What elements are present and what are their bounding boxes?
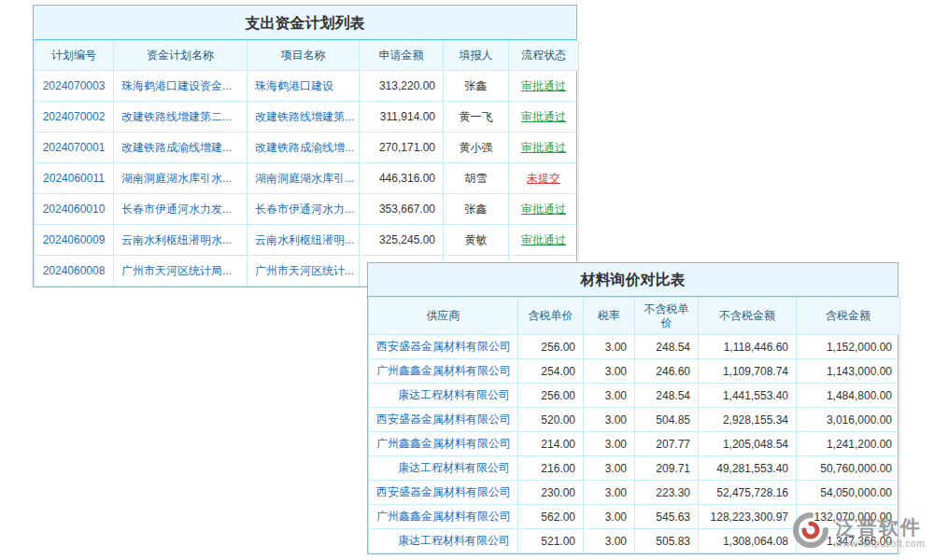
cell-amount-with-tax: 1,241,200.00	[797, 432, 900, 456]
cell-project-name[interactable]: 改建铁路线增建第...	[248, 102, 360, 133]
cell-project-name[interactable]: 湖南洞庭湖水库引...	[248, 163, 360, 194]
inquiry-table-row: 西安盛器金属材料有限公司256.003.00248.541,118,446.60…	[369, 335, 900, 359]
cell-reporter: 黄小强	[444, 133, 509, 163]
cell-amount-without-tax: 1,308,064.08	[699, 529, 797, 553]
cell-plan-id[interactable]: 2024070001	[35, 133, 114, 163]
column-header: 资金计划名称	[114, 41, 248, 71]
cell-supplier[interactable]: 康达工程材料有限公司	[369, 456, 518, 481]
column-header: 含税金额	[797, 298, 900, 335]
expenditure-plan-header-row: 计划编号资金计划名称项目名称申请金额填报人流程状态	[35, 41, 579, 71]
cell-plan-name[interactable]: 珠海鹤港口建设资金...	[114, 71, 248, 102]
cell-price-without-tax: 248.54	[635, 335, 699, 359]
cell-supplier[interactable]: 西安盛器金属材料有限公司	[369, 335, 518, 359]
cell-apply-amount: 313,220.00	[360, 71, 444, 102]
cell-plan-name[interactable]: 湖南洞庭湖水库引水...	[114, 163, 248, 194]
cell-supplier[interactable]: 广州鑫鑫金属材料有限公司	[369, 505, 518, 529]
cell-tax-rate: 3.00	[584, 505, 635, 529]
cell-reporter: 胡雪	[444, 163, 509, 194]
material-inquiry-header-row: 供应商含税单价税率不含税单价不含税金额含税金额	[369, 298, 900, 335]
cell-plan-name[interactable]: 改建铁路成渝线增建...	[114, 133, 248, 163]
expenditure-plan-table: 计划编号资金计划名称项目名称申请金额填报人流程状态 2024070003珠海鹤港…	[34, 40, 579, 287]
cell-amount-without-tax: 2,928,155.34	[699, 408, 797, 432]
cell-project-name[interactable]: 改建铁路成渝线增...	[248, 133, 360, 163]
cell-price-without-tax: 209.71	[635, 456, 699, 481]
cell-amount-with-tax: 1,143,000.00	[797, 359, 900, 384]
column-header: 含税单价	[518, 298, 584, 335]
cell-plan-name[interactable]: 广州市天河区统计局...	[114, 256, 248, 287]
cell-plan-id[interactable]: 2024060008	[35, 256, 114, 287]
column-header: 填报人	[444, 41, 509, 71]
cell-flow-status[interactable]: 审批通过	[509, 225, 579, 256]
cell-amount-without-tax: 1,441,553.40	[699, 384, 797, 408]
fanpu-logo-icon	[792, 511, 829, 553]
cell-tax-rate: 3.00	[584, 456, 635, 481]
plan-table-row: 2024070002改建铁路线增建第二...改建铁路线增建第...311,914…	[35, 102, 579, 133]
column-header: 不含税单价	[635, 298, 699, 335]
cell-reporter: 黄一飞	[444, 102, 509, 133]
inquiry-table-row: 康达工程材料有限公司216.003.00209.7149,281,553.405…	[369, 456, 900, 481]
cell-tax-rate: 3.00	[584, 529, 635, 553]
cell-flow-status[interactable]: 未提交	[509, 163, 579, 194]
cell-amount-with-tax: 1,152,000.00	[797, 335, 900, 359]
cell-plan-name[interactable]: 长春市伊通河水力发...	[114, 194, 248, 225]
cell-price-without-tax: 545.63	[635, 505, 699, 529]
cell-plan-id[interactable]: 2024070002	[35, 102, 114, 133]
cell-price-with-tax: 214.00	[518, 432, 584, 456]
cell-plan-id[interactable]: 2024060010	[35, 194, 114, 225]
inquiry-table-row: 西安盛器金属材料有限公司520.003.00504.852,928,155.34…	[369, 408, 900, 432]
plan-table-row: 2024060011湖南洞庭湖水库引水...湖南洞庭湖水库引...446,316…	[35, 163, 579, 194]
inquiry-table-row: 广州鑫鑫金属材料有限公司254.003.00246.601,109,708.74…	[369, 359, 900, 384]
inquiry-table-row: 广州鑫鑫金属材料有限公司214.003.00207.771,205,048.54…	[369, 432, 900, 456]
cell-price-without-tax: 223.30	[635, 481, 699, 505]
column-header: 项目名称	[248, 41, 360, 71]
inquiry-table-row: 西安盛器金属材料有限公司230.003.00223.3052,475,728.1…	[369, 481, 900, 505]
fanpu-url: www.fanpusoft.com	[836, 539, 925, 549]
cell-project-name[interactable]: 广州市天河区统计...	[248, 256, 360, 287]
cell-plan-id[interactable]: 2024060009	[35, 225, 114, 256]
cell-price-without-tax: 207.77	[635, 432, 699, 456]
cell-tax-rate: 3.00	[584, 408, 635, 432]
cell-apply-amount: 325,245.00	[360, 225, 444, 256]
cell-flow-status[interactable]: 审批通过	[509, 102, 579, 133]
column-header: 流程状态	[509, 41, 579, 71]
cell-supplier[interactable]: 西安盛器金属材料有限公司	[369, 481, 518, 505]
cell-plan-id[interactable]: 2024070003	[35, 71, 114, 102]
cell-project-name[interactable]: 珠海鹤港口建设	[248, 71, 360, 102]
cell-plan-name[interactable]: 云南水利枢纽潜明水...	[114, 225, 248, 256]
cell-plan-id[interactable]: 2024060011	[35, 163, 114, 194]
cell-apply-amount: 270,171.00	[360, 133, 444, 163]
cell-price-with-tax: 521.00	[518, 529, 584, 553]
cell-project-name[interactable]: 长春市伊通河水力...	[248, 194, 360, 225]
inquiry-table-row: 康达工程材料有限公司256.003.00248.541,441,553.401,…	[369, 384, 900, 408]
cell-supplier[interactable]: 康达工程材料有限公司	[369, 384, 518, 408]
cell-tax-rate: 3.00	[584, 359, 635, 384]
plan-table-row: 2024070003珠海鹤港口建设资金...珠海鹤港口建设313,220.00张…	[35, 71, 579, 102]
cell-price-with-tax: 254.00	[518, 359, 584, 384]
cell-project-name[interactable]: 云南水利枢纽潜明...	[248, 225, 360, 256]
cell-amount-with-tax: 50,760,000.00	[797, 456, 900, 481]
cell-price-with-tax: 256.00	[518, 335, 584, 359]
column-header: 税率	[584, 298, 635, 335]
cell-price-with-tax: 520.00	[518, 408, 584, 432]
cell-flow-status[interactable]: 审批通过	[509, 194, 579, 225]
material-inquiry-title: 材料询价对比表	[368, 263, 898, 297]
cell-amount-without-tax: 1,109,708.74	[699, 359, 797, 384]
column-header: 申请金额	[360, 41, 444, 71]
cell-flow-status[interactable]: 审批通过	[509, 71, 579, 102]
cell-price-with-tax: 562.00	[518, 505, 584, 529]
cell-flow-status[interactable]: 审批通过	[509, 133, 579, 163]
cell-price-without-tax: 246.60	[635, 359, 699, 384]
fanpu-watermark: 泛普软件 www.fanpusoft.com	[792, 511, 925, 553]
cell-supplier[interactable]: 西安盛器金属材料有限公司	[369, 408, 518, 432]
cell-supplier[interactable]: 广州鑫鑫金属材料有限公司	[369, 432, 518, 456]
expenditure-plan-title: 支出资金计划列表	[34, 6, 576, 40]
cell-supplier[interactable]: 康达工程材料有限公司	[369, 529, 518, 553]
cell-supplier[interactable]: 广州鑫鑫金属材料有限公司	[369, 359, 518, 384]
fanpu-watermark-text: 泛普软件 www.fanpusoft.com	[836, 516, 925, 549]
cell-amount-with-tax: 3,016,000.00	[797, 408, 900, 432]
cell-amount-with-tax: 54,050,000.00	[797, 481, 900, 505]
cell-price-with-tax: 230.00	[518, 481, 584, 505]
cell-apply-amount: 353,667.00	[360, 194, 444, 225]
cell-reporter: 张鑫	[444, 71, 509, 102]
cell-plan-name[interactable]: 改建铁路线增建第二...	[114, 102, 248, 133]
